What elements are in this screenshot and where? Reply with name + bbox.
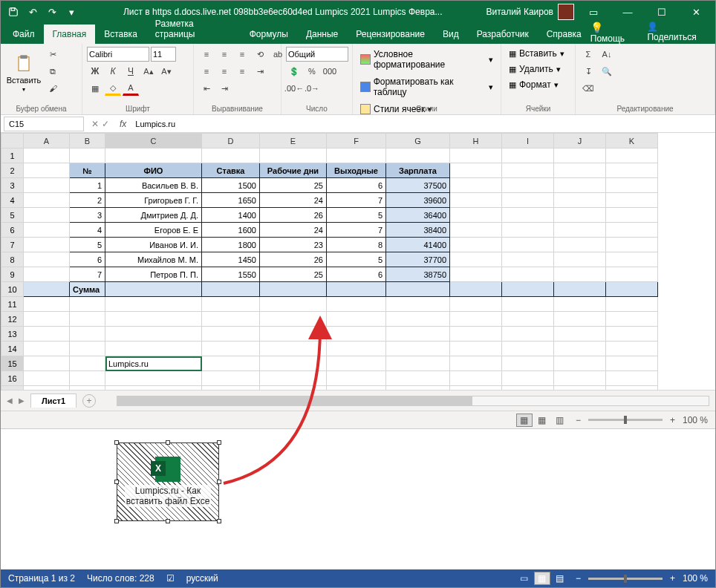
format-cells-button[interactable]: ▦ Формат ▾	[506, 78, 567, 91]
cell[interactable]: 7	[327, 223, 386, 238]
cell[interactable]: 5	[327, 208, 386, 223]
language-indicator[interactable]: русский	[186, 573, 218, 584]
tab-insert[interactable]: Вставка	[95, 24, 146, 44]
cell[interactable]	[327, 342, 386, 356]
cell[interactable]	[386, 148, 450, 163]
cell[interactable]	[70, 297, 105, 312]
cell[interactable]	[450, 223, 502, 238]
close-button[interactable]: ✕	[681, 1, 711, 22]
save-icon[interactable]	[5, 4, 22, 20]
cell[interactable]	[105, 371, 202, 386]
cell[interactable]	[450, 327, 502, 342]
zoom-in-button[interactable]: +	[670, 415, 675, 425]
row-header[interactable]: 1	[1, 148, 24, 163]
row-header[interactable]: 12	[1, 312, 24, 327]
zoom-level[interactable]: 100 %	[683, 415, 708, 425]
enter-formula-icon[interactable]: ✓	[102, 119, 109, 129]
cell[interactable]	[502, 342, 554, 356]
cell[interactable]	[450, 356, 502, 371]
cell[interactable]	[105, 297, 202, 312]
cell[interactable]	[70, 356, 105, 371]
cell[interactable]	[327, 282, 386, 297]
fx-icon[interactable]: fx	[114, 119, 132, 129]
clear-icon[interactable]: ⌫	[580, 81, 596, 96]
row-header[interactable]: 9	[1, 267, 24, 282]
cell[interactable]	[24, 297, 70, 312]
cell[interactable]	[260, 297, 327, 312]
cell[interactable]	[260, 312, 327, 327]
sheet-area[interactable]: A B C D E F G H I J K 12№ФИОСтавкаРабочи…	[1, 133, 715, 390]
cell[interactable]	[606, 148, 658, 163]
cell[interactable]	[450, 148, 502, 163]
tell-me[interactable]: 💡 Помощь	[590, 22, 637, 44]
cell[interactable]	[606, 163, 658, 178]
cell[interactable]	[554, 312, 606, 327]
cell[interactable]	[554, 327, 606, 342]
cell[interactable]	[450, 342, 502, 356]
cell[interactable]	[554, 252, 606, 267]
cell[interactable]	[260, 342, 327, 356]
cell[interactable]	[386, 356, 450, 371]
cell[interactable]	[502, 327, 554, 342]
cell[interactable]: 5	[70, 238, 105, 252]
cell[interactable]	[450, 252, 502, 267]
cell[interactable]	[554, 371, 606, 386]
cell[interactable]	[554, 193, 606, 208]
cell[interactable]: Григорьев Г. Г.	[105, 193, 202, 208]
cell[interactable]: 4	[70, 223, 105, 238]
cell[interactable]	[105, 148, 202, 163]
cell[interactable]: ФИО	[105, 163, 202, 178]
cell[interactable]	[105, 386, 202, 391]
cell[interactable]: 7	[327, 193, 386, 208]
avatar[interactable]	[558, 4, 574, 20]
cell[interactable]	[502, 178, 554, 193]
cell[interactable]	[70, 371, 105, 386]
cell[interactable]	[450, 238, 502, 252]
zoom-slider[interactable]	[588, 419, 663, 421]
paste-button[interactable]: Вставить ▾	[5, 47, 42, 99]
horizontal-scrollbar[interactable]	[117, 396, 709, 406]
cell[interactable]: 6	[327, 267, 386, 282]
cell[interactable]: 24	[260, 193, 327, 208]
underline-button[interactable]: Ч	[123, 64, 139, 79]
zoom-out-button[interactable]: −	[576, 415, 581, 425]
tab-review[interactable]: Рецензирование	[347, 24, 434, 44]
cell[interactable]	[606, 386, 658, 391]
row-header[interactable]: 8	[1, 252, 24, 267]
font-name-select[interactable]	[87, 47, 149, 62]
insert-cells-button[interactable]: ▦ Вставить ▾	[506, 47, 567, 60]
cell[interactable]	[606, 371, 658, 386]
cell[interactable]	[386, 297, 450, 312]
cell[interactable]	[450, 193, 502, 208]
autosum-icon[interactable]: Σ	[580, 47, 596, 62]
spreadsheet-grid[interactable]: A B C D E F G H I J K 12№ФИОСтавкаРабочи…	[1, 133, 658, 390]
currency-icon[interactable]: 💲	[286, 64, 302, 79]
cell[interactable]	[327, 386, 386, 391]
cell[interactable]: 36400	[386, 208, 450, 223]
cell[interactable]	[606, 238, 658, 252]
cell[interactable]: №	[70, 163, 105, 178]
cell[interactable]	[260, 386, 327, 391]
cell[interactable]: Дмитриев Д. Д.	[105, 208, 202, 223]
cell[interactable]	[606, 327, 658, 342]
format-painter-icon[interactable]: 🖌	[45, 81, 61, 96]
cell[interactable]: 5	[327, 252, 386, 267]
cell[interactable]	[70, 342, 105, 356]
cell[interactable]	[24, 208, 70, 223]
ribbon-display-icon[interactable]: ▭	[579, 1, 608, 22]
tab-developer[interactable]: Разработчик	[468, 24, 538, 44]
comma-icon[interactable]: 000	[322, 64, 338, 79]
cell[interactable]	[450, 282, 502, 297]
redo-icon[interactable]: ↷	[44, 4, 60, 20]
cell[interactable]	[386, 371, 450, 386]
cell[interactable]: 38400	[386, 223, 450, 238]
cell[interactable]: 37700	[386, 252, 450, 267]
cell[interactable]	[606, 342, 658, 356]
cell[interactable]	[606, 208, 658, 223]
row-header[interactable]: 7	[1, 238, 24, 252]
row-header[interactable]: 2	[1, 163, 24, 178]
cell[interactable]	[606, 267, 658, 282]
cell[interactable]	[202, 342, 260, 356]
cell[interactable]	[24, 386, 70, 391]
align-left-icon[interactable]: ≡	[198, 64, 215, 79]
